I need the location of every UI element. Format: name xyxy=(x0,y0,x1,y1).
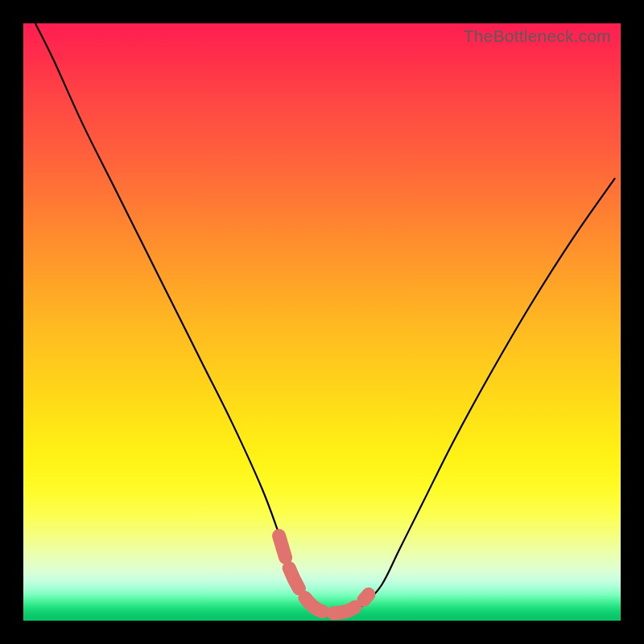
chart-svg xyxy=(23,23,621,621)
outer-frame: TheBottleneck.com xyxy=(0,0,644,644)
optimal-zone-highlight xyxy=(279,536,369,613)
bottleneck-curve xyxy=(35,23,615,613)
plot-area: TheBottleneck.com xyxy=(23,23,621,621)
